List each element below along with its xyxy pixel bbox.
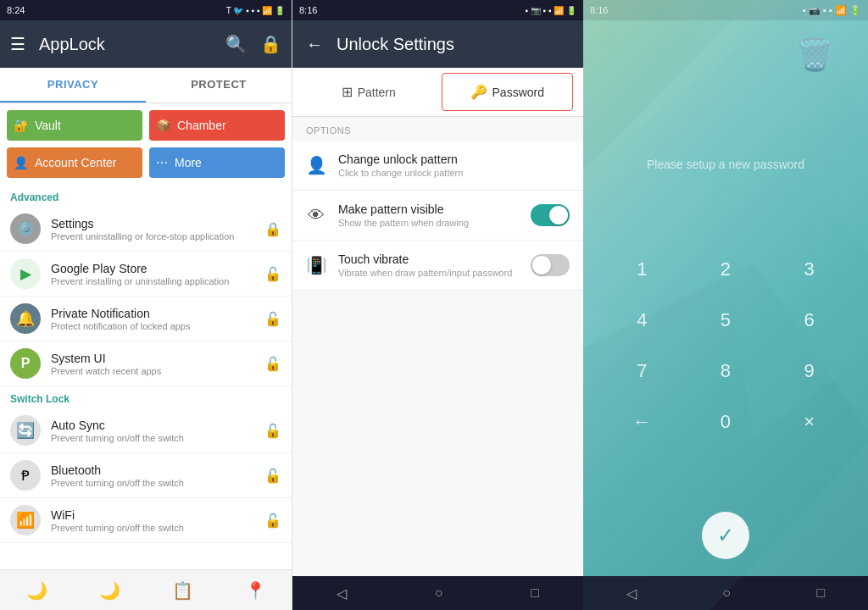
touch-vibrate-text: Touch vibrate Vibrate when draw pattern/…: [338, 252, 519, 278]
applock-panel: 8:24 T 🐦 ▪ ▪ ▪ 📶 🔋 ☰ AppLock 🔍 🔒 PRIVACY…: [0, 0, 292, 610]
list-item[interactable]: ⚙️ Settings Prevent uninstalling or forc…: [0, 207, 292, 252]
confirm-button[interactable]: ✓: [702, 512, 749, 559]
change-pattern-text: Change unlock pattern Click to change un…: [338, 152, 570, 178]
trash-icon: 🗑️: [796, 37, 834, 73]
lock-header-icon[interactable]: 🔒: [260, 34, 281, 54]
toggle-thumb-2: [532, 256, 551, 274]
header-actions: 🔍 🔒: [225, 34, 281, 54]
wifi-desc: Prevent turning on/off the switch: [51, 523, 254, 533]
status-icons-1: T 🐦 ▪ ▪ ▪ 📶 🔋: [226, 6, 285, 15]
autosync-info: Auto Sync Prevent turning on/off the swi…: [51, 419, 254, 443]
tab-protect[interactable]: PROTECT: [146, 68, 292, 103]
menu-icon[interactable]: ☰: [10, 34, 25, 54]
numpad-key-7[interactable]: 7: [600, 346, 684, 396]
numpad-confirm-area: ✓: [583, 503, 868, 576]
bluetooth-info: Bluetooth Prevent turning on/off the swi…: [51, 463, 254, 488]
notif-app-info: Private Notification Protect notificatio…: [51, 307, 254, 331]
chamber-label: Chamber: [177, 119, 226, 132]
sysui-app-info: System UI Prevent watch recent apps: [51, 352, 254, 376]
nav-home-2[interactable]: ○: [435, 585, 443, 601]
play-store-app-name: Google Play Store: [51, 262, 254, 275]
pattern-visible-title: Make pattern visible: [338, 202, 519, 216]
nav-night-plus-icon[interactable]: 🌙: [99, 580, 120, 601]
pattern-tab-icon: ⊞: [342, 84, 353, 100]
sysui-app-icon: P: [10, 348, 41, 379]
list-item[interactable]: 📶 WiFi Prevent turning on/off the switch…: [0, 498, 292, 543]
play-store-app-info: Google Play Store Prevent installing or …: [51, 262, 254, 286]
list-item[interactable]: 🔄 Auto Sync Prevent turning on/off the s…: [0, 408, 292, 453]
numpad-key-2[interactable]: 2: [684, 244, 768, 295]
pattern-visible-icon: 👁: [306, 206, 326, 225]
numpad: 1 2 3 4 5 6 7 8 9 ← 0 ×: [583, 188, 868, 503]
wifi-icon: 📶: [10, 505, 41, 535]
sysui-lock-icon: 🔓: [264, 356, 281, 372]
bottom-nav: 🌙 🌙 📋 📍: [0, 569, 292, 610]
autosync-icon: 🔄: [10, 415, 41, 446]
touch-vibrate-option[interactable]: 📳 Touch vibrate Vibrate when draw patter…: [292, 241, 583, 291]
back-button[interactable]: ←: [306, 35, 323, 54]
wifi-info: WiFi Prevent turning on/off the switch: [51, 508, 254, 533]
account-center-button[interactable]: 👤 Account Center: [7, 147, 142, 178]
numpad-key-5[interactable]: 5: [684, 295, 768, 346]
list-item[interactable]: Ᵽ Bluetooth Prevent turning on/off the s…: [0, 453, 292, 498]
bluetooth-desc: Prevent turning on/off the switch: [51, 478, 254, 488]
vault-button[interactable]: 🔐 Vault: [7, 110, 142, 141]
quick-actions-2: 👤 Account Center ⋯ More: [0, 147, 292, 185]
nav-night-icon[interactable]: 🌙: [26, 580, 47, 601]
status-bar-1: 8:24 T 🐦 ▪ ▪ ▪ 📶 🔋: [0, 0, 292, 20]
advanced-section-label: Advanced: [0, 185, 292, 207]
nav-clipboard-icon[interactable]: 📋: [172, 580, 193, 601]
numpad-key-0[interactable]: 0: [684, 396, 768, 447]
list-item[interactable]: ▶ Google Play Store Prevent installing o…: [0, 252, 292, 297]
change-pattern-option[interactable]: 👤 Change unlock pattern Click to change …: [292, 141, 583, 191]
unlock-header-title: Unlock Settings: [337, 35, 454, 54]
touch-vibrate-toggle[interactable]: [531, 254, 570, 276]
sysui-app-name: System UI: [51, 352, 254, 365]
tab-pattern[interactable]: ⊞ Pattern: [303, 73, 435, 111]
notif-app-name: Private Notification: [51, 307, 254, 320]
list-item[interactable]: 🔔 Private Notification Protect notificat…: [0, 297, 292, 341]
touch-vibrate-icon: 📳: [306, 255, 326, 275]
bluetooth-lock-icon: 🔓: [264, 468, 281, 484]
numpad-key-backspace[interactable]: ←: [600, 396, 684, 447]
nav-location-icon[interactable]: 📍: [245, 580, 266, 601]
password-setup-panel: 8:16 ▪ 📷 ▪ ▪ 📶 🔋 🗑️ Please setup a new p…: [583, 0, 868, 610]
change-pattern-title: Change unlock pattern: [338, 152, 570, 166]
play-store-lock-icon: 🔓: [264, 266, 281, 282]
checkmark-icon: ✓: [717, 524, 734, 547]
settings-app-icon: ⚙️: [10, 214, 41, 244]
tab-privacy[interactable]: PRIVACY: [0, 68, 146, 103]
applock-header: ☰ AppLock 🔍 🔒: [0, 20, 292, 68]
more-button[interactable]: ⋯ More: [149, 147, 285, 178]
pattern-tab-label: Pattern: [358, 86, 396, 99]
options-label: OPTIONS: [292, 117, 583, 141]
numpad-key-clear[interactable]: ×: [767, 396, 851, 447]
account-icon: 👤: [14, 156, 28, 169]
pattern-visible-option[interactable]: 👁 Make pattern visible Show the pattern …: [292, 191, 583, 241]
password-tab-icon: 🔑: [470, 84, 487, 100]
pattern-visible-toggle[interactable]: [531, 204, 570, 226]
numpad-key-4[interactable]: 4: [600, 295, 684, 346]
nav-back-2[interactable]: ◁: [337, 585, 347, 602]
notif-app-desc: Protect notification of locked apps: [51, 321, 254, 331]
play-store-app-icon: ▶: [10, 258, 41, 289]
numpad-key-6[interactable]: 6: [767, 295, 851, 346]
bluetooth-icon: Ᵽ: [10, 460, 41, 491]
settings-lock-icon: 🔒: [264, 221, 281, 237]
settings-app-desc: Prevent uninstalling or force-stop appli…: [51, 231, 254, 241]
system-nav-2: ◁ ○ □: [292, 576, 583, 610]
nav-recents-2[interactable]: □: [531, 585, 539, 601]
wifi-name: WiFi: [51, 508, 254, 522]
numpad-key-8[interactable]: 8: [684, 346, 768, 396]
numpad-key-9[interactable]: 9: [767, 346, 851, 396]
tab-password[interactable]: 🔑 Password: [442, 73, 574, 111]
touch-vibrate-title: Touch vibrate: [338, 252, 519, 266]
trash-icon-area: 🗑️: [583, 20, 868, 73]
list-item[interactable]: P System UI Prevent watch recent apps 🔓: [0, 341, 292, 386]
sysui-app-desc: Prevent watch recent apps: [51, 366, 254, 376]
search-icon[interactable]: 🔍: [225, 34, 247, 54]
chamber-button[interactable]: 📦 Chamber: [149, 110, 285, 141]
numpad-key-3[interactable]: 3: [767, 244, 851, 295]
vault-icon: 🔐: [14, 119, 28, 132]
numpad-key-1[interactable]: 1: [600, 244, 684, 295]
